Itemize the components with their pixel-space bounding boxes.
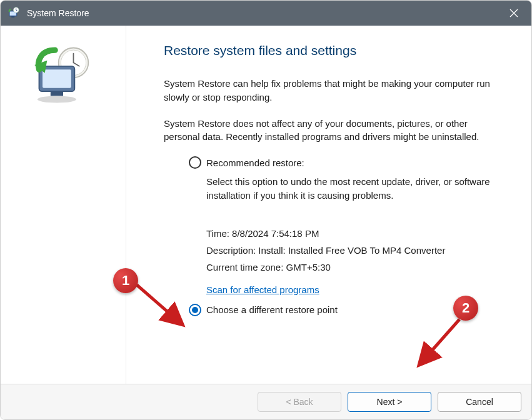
svg-point-9 xyxy=(38,96,76,103)
system-restore-window: System Restore xyxy=(0,0,532,420)
recommended-restore-option[interactable]: Recommended restore: xyxy=(189,156,494,169)
sidebar xyxy=(1,26,126,384)
back-button: < Back xyxy=(258,392,341,412)
close-icon xyxy=(509,9,518,18)
wizard-footer: < Back Next > Cancel xyxy=(1,384,531,419)
restore-description: Description: Install: Installed Free VOB… xyxy=(206,242,494,259)
radio-selected-icon xyxy=(189,304,201,316)
cancel-button[interactable]: Cancel xyxy=(438,392,521,412)
scan-affected-programs-link[interactable]: Scan for affected programs xyxy=(206,284,319,295)
restore-illustration-icon xyxy=(29,44,98,384)
recommended-restore-label: Recommended restore: xyxy=(206,158,304,168)
window-title: System Restore xyxy=(27,8,500,18)
next-button[interactable]: Next > xyxy=(348,392,431,412)
restore-time: Time: 8/8/2024 7:54:18 PM xyxy=(206,225,494,242)
restore-timezone: Current time zone: GMT+5:30 xyxy=(206,259,494,276)
system-restore-icon xyxy=(7,6,21,20)
wizard-body: Restore system files and settings System… xyxy=(1,26,531,384)
options-block: Recommended restore: Select this option … xyxy=(189,156,494,316)
page-heading: Restore system files and settings xyxy=(164,43,494,58)
recommended-restore-desc: Select this option to undo the most rece… xyxy=(206,175,494,202)
choose-different-option[interactable]: Choose a different restore point xyxy=(189,304,494,316)
svg-rect-7 xyxy=(43,69,71,88)
radio-unselected-icon xyxy=(189,156,201,169)
intro-paragraph-1: System Restore can help fix problems tha… xyxy=(164,77,494,104)
intro-paragraph-2: System Restore does not affect any of yo… xyxy=(164,117,494,144)
restore-point-info: Time: 8/8/2024 7:54:18 PM Description: I… xyxy=(206,225,494,276)
choose-different-label: Choose a different restore point xyxy=(206,304,338,315)
close-button[interactable] xyxy=(500,1,528,26)
svg-rect-8 xyxy=(51,91,63,96)
titlebar: System Restore xyxy=(1,1,531,26)
content: Restore system files and settings System… xyxy=(126,26,531,384)
svg-rect-2 xyxy=(11,16,14,18)
